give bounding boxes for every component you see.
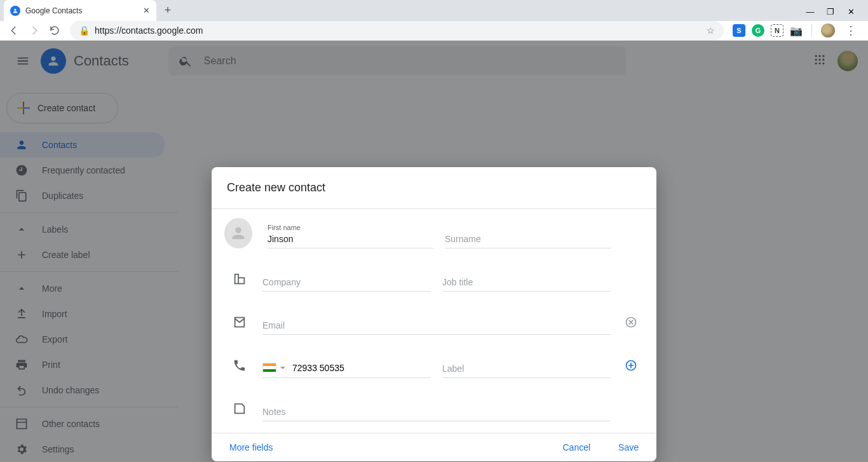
company-icon: [227, 272, 252, 286]
more-fields-button[interactable]: More fields: [229, 442, 273, 452]
extension-icons: S G N 📷 ⋮: [730, 24, 863, 37]
window-minimize-button[interactable]: ―: [804, 7, 816, 17]
address-bar[interactable]: 🔒 https://contacts.google.com ☆: [70, 21, 724, 40]
window-close-button[interactable]: ✕: [845, 7, 857, 17]
email-icon: [227, 315, 252, 329]
dialog-title: Create new contact: [212, 167, 656, 209]
separator: [811, 24, 812, 37]
tab-close-icon[interactable]: ✕: [143, 6, 150, 15]
save-button[interactable]: Save: [618, 442, 639, 452]
tab-favicon: [10, 6, 20, 16]
phone-icon: [227, 358, 252, 372]
nav-reload-button[interactable]: [46, 22, 64, 39]
browser-tabbar: Google Contacts ✕ + ― ❐ ✕: [0, 0, 868, 21]
cancel-button[interactable]: Cancel: [562, 442, 590, 452]
surname-input[interactable]: [445, 231, 611, 248]
bookmark-star-icon[interactable]: ☆: [707, 25, 715, 36]
browser-tab[interactable]: Google Contacts ✕: [4, 0, 156, 21]
country-code-dropdown[interactable]: [262, 363, 286, 372]
nav-back-button[interactable]: [5, 22, 23, 39]
contact-avatar-placeholder[interactable]: [224, 218, 252, 248]
email-input[interactable]: [262, 318, 611, 335]
tab-title: Google Contacts: [25, 6, 82, 15]
jobtitle-input[interactable]: [442, 275, 611, 292]
screenshot-icon[interactable]: 📷: [790, 24, 803, 37]
notes-icon: [227, 402, 252, 416]
new-tab-button[interactable]: +: [159, 1, 177, 19]
phone-input[interactable]: [292, 363, 431, 373]
remove-email-button[interactable]: [621, 316, 641, 329]
browser-toolbar: 🔒 https://contacts.google.com ☆ S G N 📷 …: [0, 21, 868, 41]
add-phone-button[interactable]: [621, 359, 641, 372]
chevron-down-icon: [280, 365, 286, 371]
extension-icon[interactable]: G: [752, 24, 764, 37]
window-maximize-button[interactable]: ❐: [825, 7, 836, 17]
notes-input[interactable]: [262, 404, 611, 421]
chrome-profile-avatar[interactable]: [821, 24, 835, 37]
create-contact-dialog: Create new contact First name: [212, 167, 656, 461]
nav-forward-button[interactable]: [25, 22, 43, 39]
url-text: https://contacts.google.com: [95, 25, 203, 36]
extension-icon[interactable]: S: [733, 24, 745, 37]
phone-label-input[interactable]: [442, 361, 611, 378]
first-name-label: First name: [268, 224, 301, 231]
company-input[interactable]: [262, 275, 431, 292]
extension-icon[interactable]: N: [771, 24, 783, 37]
lock-icon: 🔒: [79, 25, 90, 36]
first-name-input[interactable]: [268, 231, 433, 248]
india-flag-icon: [262, 363, 276, 372]
chrome-menu-button[interactable]: ⋮: [841, 24, 860, 37]
